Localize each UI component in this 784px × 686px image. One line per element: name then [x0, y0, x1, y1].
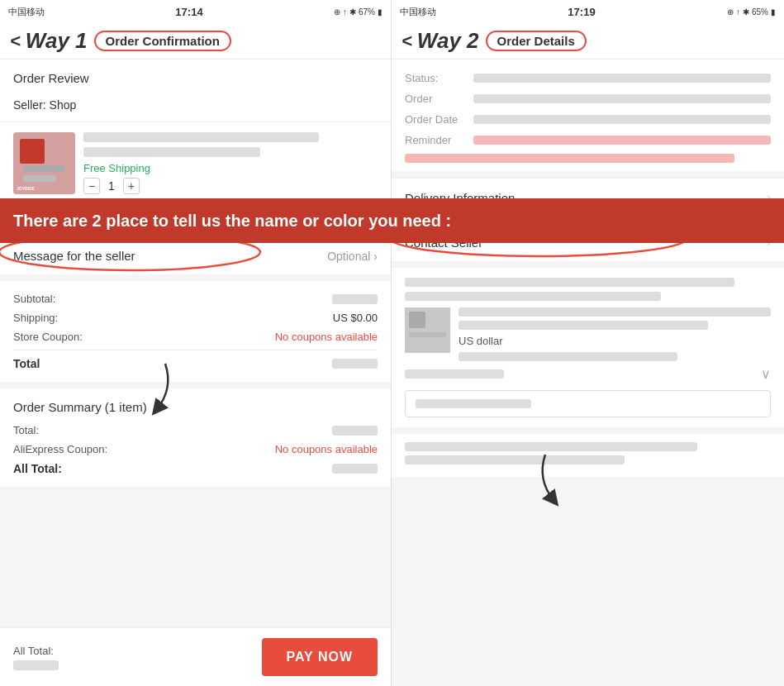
- main-container: 中国移动 17:14 ⊕ ↑ ✱ 67% ▮ < Way 1 Order Con…: [0, 0, 784, 686]
- left-time: 17:14: [175, 6, 202, 18]
- reminder-value-blurred: [473, 136, 771, 145]
- free-shipping-label: Free Shipping: [83, 162, 378, 174]
- store-coupon-row: Store Coupon: No coupons available: [13, 327, 378, 346]
- thumb-text: US dollar: [459, 307, 771, 361]
- order-date-row: Order Date: [405, 109, 771, 130]
- product-info: Free Shipping − 1 +: [83, 132, 378, 194]
- reminder-value-blurred-2: [405, 154, 734, 163]
- total-row: Total: [13, 354, 378, 374]
- subtotal-row: Subtotal:: [13, 289, 378, 308]
- summary-total-label: Total:: [13, 424, 39, 436]
- qty-value: 1: [108, 179, 115, 193]
- divider: [13, 350, 378, 350]
- total-value-blurred: [332, 359, 378, 369]
- subtotal-value-blurred: [332, 294, 378, 304]
- pay-now-total-section: All Total:: [13, 645, 59, 670]
- seller-name: Shop: [50, 98, 77, 112]
- svg-rect-1: [20, 139, 45, 164]
- bt-icon: ✱: [349, 7, 356, 17]
- thumb-text-3: [459, 352, 677, 361]
- product-row: JOYRIDE Free Shipping − 1 +: [0, 122, 391, 204]
- signal-icon: ↑: [343, 7, 347, 17]
- summary-total-blurred: [332, 426, 378, 436]
- optional-label: Optional ›: [327, 250, 378, 263]
- right-battery-shape: ▮: [771, 7, 776, 17]
- dropdown-value-blurred: [405, 369, 504, 379]
- bottom-blurred-1: [405, 278, 734, 287]
- right-content: Status: Order Order Date Reminder: [392, 60, 784, 686]
- order-date-label: Order Date: [405, 113, 467, 126]
- left-icons: ⊕ ↑ ✱ 67% ▮: [334, 7, 382, 17]
- status-row: Status:: [405, 68, 771, 88]
- right-icons: ⊕ ↑ ✱ 65% ▮: [727, 7, 776, 17]
- seller-label: Seller:: [13, 98, 50, 112]
- reminder-label: Reminder: [405, 134, 467, 146]
- thumb-image: [405, 307, 450, 353]
- left-carrier: 中国移动: [8, 6, 45, 18]
- subtotal-label: Subtotal:: [13, 293, 55, 305]
- right-signal-icon: ↑: [736, 7, 740, 17]
- status-value-blurred: [473, 74, 771, 83]
- right-bt-icon: ✱: [743, 7, 749, 17]
- all-total-label: All Total:: [13, 462, 62, 475]
- all-total-blurred: [332, 464, 378, 474]
- shipping-label: Shipping:: [13, 312, 58, 324]
- status-label: Status:: [405, 72, 467, 84]
- right-carrier: 中国移动: [400, 6, 436, 18]
- right-way-label: Way 2: [417, 28, 479, 54]
- us-dollar-label: US dollar: [459, 335, 771, 347]
- right-time: 17:19: [568, 6, 595, 18]
- left-status-bar: 中国移动 17:14 ⊕ ↑ ✱ 67% ▮: [0, 0, 391, 23]
- pay-now-button[interactable]: PAY NOW: [262, 638, 378, 676]
- summary-section: Total: AliExpress Coupon: No coupons ava…: [0, 421, 391, 487]
- svg-rect-3: [23, 175, 56, 182]
- right-header: < Way 2 Order Details: [392, 23, 784, 60]
- battery-shape: ▮: [378, 7, 382, 17]
- bottom-blurred-row-2: [405, 455, 625, 464]
- thumb-text-2: [459, 321, 708, 330]
- input-box[interactable]: [405, 390, 771, 417]
- message-seller-label: Message for the seller: [13, 249, 135, 263]
- all-total-row: All Total:: [13, 459, 378, 479]
- left-panel: 中国移动 17:14 ⊕ ↑ ✱ 67% ▮ < Way 1 Order Con…: [0, 0, 392, 686]
- pay-now-total-blurred: [13, 660, 59, 670]
- product-price-blurred: [83, 147, 260, 157]
- back-arrow-icon[interactable]: <: [10, 31, 21, 52]
- shipping-row: Shipping: US $0.00: [13, 308, 378, 327]
- ali-coupon-label: AliExpress Coupon:: [13, 443, 107, 455]
- chevron-down-icon: ∨: [761, 366, 771, 382]
- battery-icon: 67%: [359, 7, 375, 17]
- no-coupon-label: No coupons available: [275, 331, 378, 343]
- bottom-blurred-2: [405, 292, 661, 301]
- bottom-blurred-row-1: [405, 442, 697, 451]
- qty-decrease-button[interactable]: −: [83, 178, 100, 194]
- left-content: Order Review Seller: Shop: [0, 60, 391, 686]
- right-status-bar: 中国移动 17:19 ⊕ ↑ ✱ 65% ▮: [392, 0, 784, 23]
- svg-rect-2: [23, 165, 64, 172]
- right-panel: 中国移动 17:19 ⊕ ↑ ✱ 65% ▮ < Way 2 Order Det…: [392, 0, 784, 686]
- svg-rect-8: [409, 312, 425, 328]
- right-back-arrow-icon[interactable]: <: [402, 31, 412, 52]
- ali-no-coupon: No coupons available: [275, 443, 378, 455]
- right-title: Order Details: [486, 31, 587, 51]
- summary-total-row: Total:: [13, 421, 378, 440]
- location-icon: ⊕: [334, 7, 340, 17]
- svg-rect-9: [409, 332, 446, 337]
- left-way-label: Way 1: [26, 28, 88, 54]
- product-svg: JOYRIDE: [13, 132, 75, 194]
- input-value-blurred: [416, 399, 531, 408]
- right-battery-icon: 65%: [752, 7, 768, 17]
- left-header: < Way 1 Order Confirmation: [0, 23, 391, 60]
- store-coupon-label: Store Coupon:: [13, 331, 83, 343]
- overlay-text: There are 2 place to tell us the name or…: [13, 212, 451, 230]
- shipping-value: US $0.00: [333, 312, 378, 324]
- qty-increase-button[interactable]: +: [123, 178, 140, 194]
- order-date-value-blurred: [473, 115, 771, 124]
- pay-now-all-total-label: All Total:: [13, 645, 59, 657]
- reminder-row: Reminder: [405, 130, 771, 150]
- right-location-icon: ⊕: [727, 7, 734, 17]
- svg-text:JOYRIDE: JOYRIDE: [17, 186, 36, 191]
- dropdown-row[interactable]: ∨: [405, 366, 771, 382]
- thumb-text-1: [459, 307, 771, 317]
- pay-now-section: All Total: PAY NOW: [0, 627, 391, 686]
